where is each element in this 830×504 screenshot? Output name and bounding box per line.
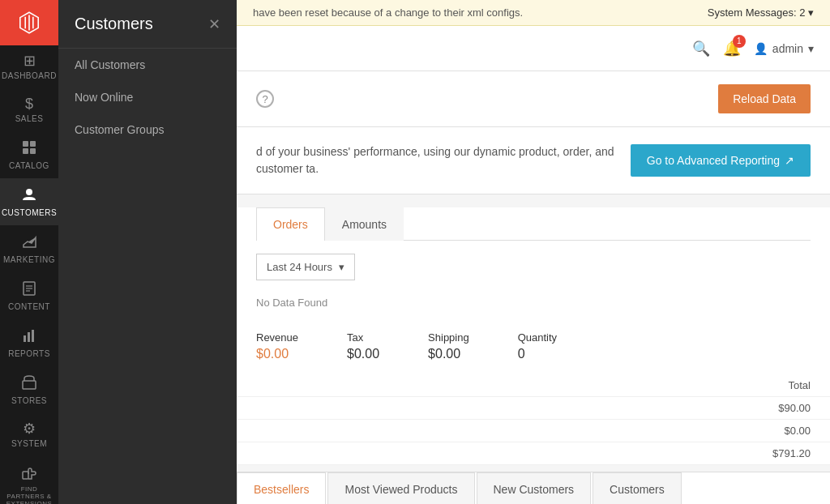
notifications-button[interactable]: 🔔 1 xyxy=(723,40,741,58)
logo xyxy=(0,0,58,45)
submenu-item-customer-groups[interactable]: Customer Groups xyxy=(58,113,237,146)
bottom-tabs-row: Bestsellers Most Viewed Products New Cus… xyxy=(237,472,830,504)
revenue-label: Revenue xyxy=(256,331,298,344)
advanced-reporting-section: d of your business' performance, using o… xyxy=(237,127,830,194)
quantity-value: 0 xyxy=(518,347,557,361)
page-header-section: ? Reload Data xyxy=(237,71,830,127)
reports-icon xyxy=(21,327,37,346)
admin-arrow-icon: ▾ xyxy=(808,42,814,55)
data-row-value-3: $791.20 xyxy=(237,442,830,465)
nav-item-stores[interactable]: STORES xyxy=(0,366,58,413)
svg-rect-0 xyxy=(23,141,28,147)
advanced-reporting-button[interactable]: Go to Advanced Reporting ↗ xyxy=(631,144,811,177)
bottom-tab-customers[interactable]: Customers xyxy=(593,472,682,504)
shipping-value: $0.00 xyxy=(428,347,469,361)
svg-rect-10 xyxy=(24,335,26,342)
bottom-tab-most-viewed[interactable]: Most Viewed Products xyxy=(327,472,474,504)
external-link-icon: ↗ xyxy=(785,154,794,167)
stat-shipping: Shipping $0.00 xyxy=(428,331,469,361)
shipping-label: Shipping xyxy=(428,331,469,344)
nav-item-marketing[interactable]: MARKETING xyxy=(0,225,58,272)
system-icon: ⚙ xyxy=(23,421,36,436)
submenu-close-button[interactable]: ✕ xyxy=(208,15,220,33)
nav-item-extensions[interactable]: FIND PARTNERS & EXTENSIONS xyxy=(0,456,58,504)
tax-value: $0.00 xyxy=(347,347,379,361)
help-icon[interactable]: ? xyxy=(256,90,274,108)
nav-item-reports[interactable]: REPORTS xyxy=(0,319,58,366)
sales-icon: $ xyxy=(25,96,33,111)
stat-tax: Tax $0.00 xyxy=(347,331,379,361)
data-row-total-label: Total xyxy=(237,374,830,397)
notification-badge: 1 xyxy=(733,35,746,48)
extensions-icon xyxy=(21,464,37,483)
admin-avatar-icon: 👤 xyxy=(754,42,768,55)
bottom-tab-bestsellers[interactable]: Bestsellers xyxy=(237,472,326,504)
svg-rect-14 xyxy=(23,472,28,479)
submenu-item-now-online[interactable]: Now Online xyxy=(58,81,237,113)
svg-marker-5 xyxy=(24,237,36,245)
data-row-value-2: $0.00 xyxy=(237,420,830,442)
data-row-value-1: $90.00 xyxy=(237,397,830,420)
svg-rect-3 xyxy=(30,148,36,154)
quantity-label: Quantity xyxy=(518,331,557,344)
bottom-tab-new-customers[interactable]: New Customers xyxy=(477,472,592,504)
svg-rect-2 xyxy=(23,148,28,154)
top-header: 🔍 🔔 1 👤 admin ▾ xyxy=(237,26,830,71)
submenu-title: Customers xyxy=(75,15,153,33)
advanced-reporting-text: d of your business' performance, using o… xyxy=(256,143,621,177)
tab-orders[interactable]: Orders xyxy=(256,207,325,241)
admin-label: admin xyxy=(772,42,803,55)
page-header-left: ? xyxy=(256,90,274,108)
search-button[interactable]: 🔍 xyxy=(692,40,710,58)
nav-item-dashboard[interactable]: ⊞ DASHBOARD xyxy=(0,45,58,88)
orders-tabs-section: Orders Amounts xyxy=(237,207,830,241)
left-navigation: ⊞ DASHBOARD $ SALES CATALOG CUSTOMERS xyxy=(0,0,58,504)
tab-amounts[interactable]: Amounts xyxy=(325,207,404,241)
notification-message: have been reset because of a change to t… xyxy=(253,6,523,19)
nav-item-content[interactable]: CONTENT xyxy=(0,272,58,319)
notification-bar: have been reset because of a change to t… xyxy=(237,0,830,26)
tax-label: Tax xyxy=(347,331,379,344)
dropdown-arrow-icon: ▾ xyxy=(339,261,344,273)
svg-rect-1 xyxy=(30,141,36,147)
time-filter-dropdown[interactable]: Last 24 Hours ▾ xyxy=(256,254,355,280)
nav-item-customers[interactable]: CUSTOMERS xyxy=(0,178,58,225)
stats-row: Revenue $0.00 Tax $0.00 Shipping $0.00 Q… xyxy=(237,318,830,374)
submenu-header: Customers ✕ xyxy=(58,0,237,49)
svg-point-4 xyxy=(26,189,32,195)
revenue-value: $0.00 xyxy=(256,347,298,361)
page-content: ? Reload Data d of your business' perfor… xyxy=(237,71,830,504)
filter-row: Last 24 Hours ▾ xyxy=(237,241,830,293)
svg-rect-12 xyxy=(32,330,34,342)
nav-item-system[interactable]: ⚙ SYSTEM xyxy=(0,413,58,456)
marketing-icon xyxy=(21,233,37,252)
svg-rect-11 xyxy=(28,332,30,342)
catalog-icon xyxy=(21,139,37,158)
stores-icon xyxy=(21,374,37,393)
bottom-tabs-section: Bestsellers Most Viewed Products New Cus… xyxy=(237,472,830,504)
submenu-item-all-customers[interactable]: All Customers xyxy=(58,49,237,81)
content-icon xyxy=(21,280,37,299)
submenu-panel: Customers ✕ All Customers Now Online Cus… xyxy=(58,0,237,504)
orders-tabs-row: Orders Amounts xyxy=(256,207,811,241)
main-area: have been reset because of a change to t… xyxy=(237,0,830,504)
svg-rect-13 xyxy=(23,381,36,389)
stat-quantity: Quantity 0 xyxy=(518,331,557,361)
totals-data-rows: Total $90.00 $0.00 $791.20 xyxy=(237,374,830,465)
dashboard-icon: ⊞ xyxy=(24,53,36,68)
customers-icon xyxy=(21,186,37,205)
nav-item-catalog[interactable]: CATALOG xyxy=(0,131,58,178)
nav-item-sales[interactable]: $ SALES xyxy=(0,88,58,131)
system-messages-link[interactable]: System Messages: 2 ▾ xyxy=(708,6,814,19)
stat-revenue: Revenue $0.00 xyxy=(256,331,298,361)
reload-data-button[interactable]: Reload Data xyxy=(718,84,811,113)
no-data-message: No Data Found xyxy=(237,293,830,318)
admin-menu[interactable]: 👤 admin ▾ xyxy=(754,42,814,55)
